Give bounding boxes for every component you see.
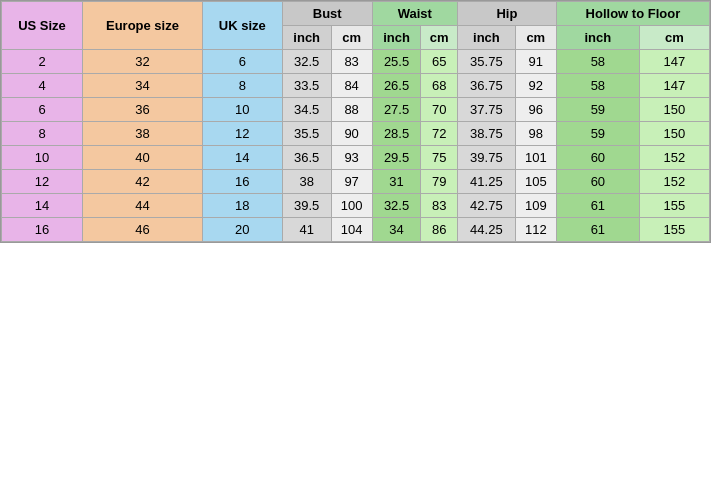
cell-uk: 14 <box>202 146 282 170</box>
cell-us: 2 <box>2 50 83 74</box>
cell-waist-inch: 32.5 <box>372 194 421 218</box>
cell-hollow-inch: 58 <box>556 50 639 74</box>
cell-hollow-cm: 147 <box>639 50 709 74</box>
cell-hip-cm: 101 <box>515 146 556 170</box>
cell-uk: 18 <box>202 194 282 218</box>
cell-hollow-inch: 61 <box>556 194 639 218</box>
cell-bust-cm: 104 <box>331 218 372 242</box>
cell-us: 8 <box>2 122 83 146</box>
cell-hip-cm: 96 <box>515 98 556 122</box>
cell-eu: 34 <box>83 74 203 98</box>
cell-bust-inch: 34.5 <box>282 98 331 122</box>
cell-waist-cm: 70 <box>421 98 458 122</box>
cell-bust-inch: 36.5 <box>282 146 331 170</box>
cell-bust-cm: 83 <box>331 50 372 74</box>
cell-hip-cm: 98 <box>515 122 556 146</box>
cell-hip-inch: 39.75 <box>458 146 516 170</box>
cell-eu: 38 <box>83 122 203 146</box>
header-uk: UK size <box>202 2 282 50</box>
cell-hollow-cm: 150 <box>639 98 709 122</box>
cell-us: 4 <box>2 74 83 98</box>
header-hollow: Hollow to Floor <box>556 2 709 26</box>
cell-waist-cm: 65 <box>421 50 458 74</box>
cell-hip-inch: 37.75 <box>458 98 516 122</box>
cell-hollow-inch: 59 <box>556 122 639 146</box>
cell-hollow-inch: 60 <box>556 146 639 170</box>
cell-uk: 12 <box>202 122 282 146</box>
cell-hip-inch: 44.25 <box>458 218 516 242</box>
cell-waist-cm: 75 <box>421 146 458 170</box>
table-row: 14441839.510032.58342.7510961155 <box>2 194 710 218</box>
cell-hollow-cm: 155 <box>639 194 709 218</box>
table-row: 434833.58426.56836.759258147 <box>2 74 710 98</box>
waist-cm-header: cm <box>421 26 458 50</box>
cell-waist-inch: 31 <box>372 170 421 194</box>
cell-hip-inch: 42.75 <box>458 194 516 218</box>
cell-us: 12 <box>2 170 83 194</box>
cell-eu: 36 <box>83 98 203 122</box>
cell-waist-inch: 28.5 <box>372 122 421 146</box>
cell-eu: 32 <box>83 50 203 74</box>
cell-us: 6 <box>2 98 83 122</box>
cell-bust-cm: 97 <box>331 170 372 194</box>
cell-uk: 20 <box>202 218 282 242</box>
header-bust: Bust <box>282 2 372 26</box>
cell-bust-cm: 84 <box>331 74 372 98</box>
header-hip: Hip <box>458 2 557 26</box>
cell-bust-cm: 93 <box>331 146 372 170</box>
cell-bust-cm: 90 <box>331 122 372 146</box>
cell-hip-cm: 112 <box>515 218 556 242</box>
table-body: 232632.58325.56535.759158147434833.58426… <box>2 50 710 242</box>
cell-waist-inch: 27.5 <box>372 98 421 122</box>
table-row: 6361034.58827.57037.759659150 <box>2 98 710 122</box>
cell-hip-cm: 105 <box>515 170 556 194</box>
cell-bust-inch: 32.5 <box>282 50 331 74</box>
cell-hip-cm: 91 <box>515 50 556 74</box>
cell-waist-inch: 26.5 <box>372 74 421 98</box>
cell-waist-inch: 25.5 <box>372 50 421 74</box>
cell-hip-inch: 41.25 <box>458 170 516 194</box>
cell-waist-cm: 72 <box>421 122 458 146</box>
cell-waist-inch: 29.5 <box>372 146 421 170</box>
size-chart-table: US Size Europe size UK size Bust Waist H… <box>1 1 710 242</box>
cell-hollow-inch: 60 <box>556 170 639 194</box>
cell-hip-inch: 36.75 <box>458 74 516 98</box>
cell-eu: 42 <box>83 170 203 194</box>
cell-hip-inch: 35.75 <box>458 50 516 74</box>
cell-bust-inch: 39.5 <box>282 194 331 218</box>
cell-waist-cm: 79 <box>421 170 458 194</box>
bust-inch-header: inch <box>282 26 331 50</box>
cell-uk: 6 <box>202 50 282 74</box>
cell-us: 16 <box>2 218 83 242</box>
cell-bust-cm: 88 <box>331 98 372 122</box>
hip-inch-header: inch <box>458 26 516 50</box>
cell-hollow-cm: 152 <box>639 170 709 194</box>
cell-waist-cm: 83 <box>421 194 458 218</box>
cell-uk: 10 <box>202 98 282 122</box>
cell-eu: 44 <box>83 194 203 218</box>
cell-bust-inch: 38 <box>282 170 331 194</box>
cell-bust-inch: 41 <box>282 218 331 242</box>
cell-hip-cm: 92 <box>515 74 556 98</box>
cell-hip-inch: 38.75 <box>458 122 516 146</box>
header-waist: Waist <box>372 2 457 26</box>
waist-inch-header: inch <box>372 26 421 50</box>
cell-hollow-inch: 59 <box>556 98 639 122</box>
hip-cm-header: cm <box>515 26 556 50</box>
cell-bust-inch: 35.5 <box>282 122 331 146</box>
cell-eu: 46 <box>83 218 203 242</box>
cell-hollow-cm: 152 <box>639 146 709 170</box>
table-row: 8381235.59028.57238.759859150 <box>2 122 710 146</box>
cell-hollow-cm: 155 <box>639 218 709 242</box>
cell-us: 14 <box>2 194 83 218</box>
table-row: 232632.58325.56535.759158147 <box>2 50 710 74</box>
cell-uk: 8 <box>202 74 282 98</box>
hollow-cm-header: cm <box>639 26 709 50</box>
cell-eu: 40 <box>83 146 203 170</box>
table-row: 1242163897317941.2510560152 <box>2 170 710 194</box>
cell-waist-cm: 68 <box>421 74 458 98</box>
main-header-row: US Size Europe size UK size Bust Waist H… <box>2 2 710 26</box>
cell-bust-cm: 100 <box>331 194 372 218</box>
cell-bust-inch: 33.5 <box>282 74 331 98</box>
cell-hollow-cm: 150 <box>639 122 709 146</box>
